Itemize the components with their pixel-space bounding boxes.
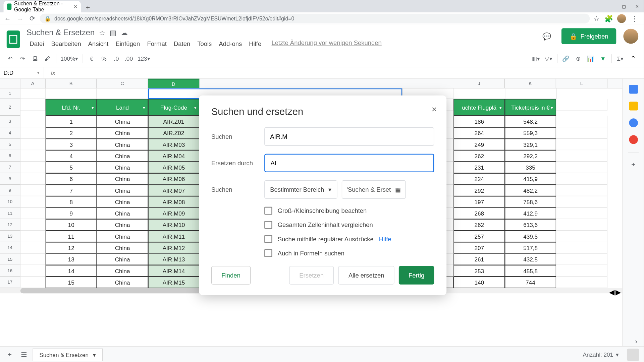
star-icon[interactable]: ☆ xyxy=(592,14,600,22)
col-header-d[interactable]: D xyxy=(148,79,200,88)
reload-button[interactable]: ⟳ xyxy=(28,14,37,23)
side-panel-next-icon[interactable]: › xyxy=(631,337,641,346)
forward-button[interactable]: → xyxy=(15,14,25,23)
cell[interactable] xyxy=(556,150,607,162)
grid-icon[interactable]: ▦ xyxy=(395,186,401,193)
menu-hilfe[interactable]: Hilfe xyxy=(246,39,264,48)
cell[interactable]: Lfd. Nr.▾ xyxy=(46,99,97,116)
cell[interactable] xyxy=(556,196,607,207)
cell[interactable]: AIR.M07 xyxy=(148,185,200,196)
cell[interactable]: 9 xyxy=(46,207,97,219)
tab-close-icon[interactable]: × xyxy=(74,3,77,10)
cell[interactable]: AIR.Z02 xyxy=(148,127,200,139)
cell[interactable]: 482,2 xyxy=(505,185,556,196)
cell[interactable] xyxy=(20,207,46,219)
cell[interactable] xyxy=(556,219,607,231)
browser-menu-icon[interactable]: ⋮ xyxy=(630,14,638,22)
freeze-icon[interactable]: ▥▾ xyxy=(530,53,542,64)
back-button[interactable]: ← xyxy=(3,14,12,23)
cell[interactable] xyxy=(20,277,46,288)
cell[interactable]: uchte Flugplä▾ xyxy=(453,99,505,116)
cell[interactable] xyxy=(556,254,607,265)
col-header-c[interactable]: C xyxy=(97,79,148,88)
cell[interactable] xyxy=(454,88,505,99)
regex-checkbox[interactable] xyxy=(264,235,272,243)
menu-daten[interactable]: Daten xyxy=(171,39,194,48)
cell[interactable]: AIR.M08 xyxy=(148,196,200,207)
cell[interactable] xyxy=(556,231,607,242)
cell[interactable]: 249 xyxy=(453,139,505,150)
row-header[interactable]: 8 xyxy=(0,173,20,185)
cell[interactable] xyxy=(20,99,46,110)
cell[interactable]: China xyxy=(97,231,148,242)
replace-all-button[interactable]: Alle ersetzen xyxy=(338,266,394,284)
cell[interactable]: 5 xyxy=(46,162,97,173)
menu-einfuegen[interactable]: Einfügen xyxy=(112,39,143,48)
row-header[interactable]: 16 xyxy=(0,265,20,277)
document-title[interactable]: Suchen & Ersetzen xyxy=(26,28,95,38)
row-header[interactable]: 14 xyxy=(0,242,20,253)
cell[interactable]: 412,9 xyxy=(505,207,556,219)
menu-format[interactable]: Format xyxy=(144,39,170,48)
match-whole-checkbox[interactable] xyxy=(264,221,272,229)
cell[interactable] xyxy=(556,207,607,219)
move-icon[interactable]: ▤ xyxy=(110,29,116,37)
cell[interactable] xyxy=(556,99,607,110)
cell[interactable]: China xyxy=(97,185,148,196)
comments-icon[interactable]: 💬 xyxy=(539,29,554,44)
cell[interactable]: 329,1 xyxy=(505,139,556,150)
cell[interactable]: 415,9 xyxy=(505,173,556,185)
cell[interactable] xyxy=(20,196,46,207)
extensions-icon[interactable]: 🧩 xyxy=(605,14,613,22)
match-case-checkbox[interactable] xyxy=(264,207,272,215)
all-sheets-button[interactable]: ☰ xyxy=(18,349,29,360)
cell[interactable]: 10 xyxy=(46,219,97,231)
cell[interactable]: China xyxy=(97,127,148,139)
menu-tools[interactable]: Tools xyxy=(194,39,215,48)
cell[interactable] xyxy=(556,139,607,150)
cell[interactable]: 262 xyxy=(453,219,505,231)
cell[interactable]: AIR.M13 xyxy=(148,254,200,265)
cell[interactable]: AIR.M04 xyxy=(148,150,200,162)
account-avatar[interactable] xyxy=(623,29,638,44)
row-header[interactable]: 15 xyxy=(0,254,20,265)
cell[interactable]: 6 xyxy=(46,173,97,185)
row-header[interactable]: 17 xyxy=(0,277,20,288)
cell[interactable]: 262 xyxy=(453,150,505,162)
add-sheet-button[interactable]: + xyxy=(4,349,15,360)
col-header-j[interactable]: J xyxy=(453,79,505,88)
col-header-b[interactable]: B xyxy=(46,79,97,88)
cell[interactable]: 13 xyxy=(46,254,97,265)
cell[interactable]: China xyxy=(97,196,148,207)
contacts-icon[interactable] xyxy=(629,135,638,144)
name-box[interactable]: D:D ▼ xyxy=(0,67,44,78)
cell[interactable]: 14 xyxy=(46,265,97,277)
undo-icon[interactable]: ↶ xyxy=(4,53,16,64)
cell[interactable]: 292 xyxy=(453,185,505,196)
sheets-logo-icon[interactable] xyxy=(4,28,22,50)
cell[interactable]: China xyxy=(97,116,148,127)
cell[interactable]: AIR.M12 xyxy=(148,242,200,253)
functions-icon[interactable]: Σ▾ xyxy=(614,53,626,64)
cell[interactable] xyxy=(20,127,46,139)
cell[interactable] xyxy=(556,265,607,277)
new-tab-button[interactable]: + xyxy=(84,4,92,12)
col-header-l[interactable]: L xyxy=(556,79,607,88)
cell[interactable] xyxy=(20,150,46,162)
row-header[interactable]: 10 xyxy=(0,196,20,207)
star-outline-icon[interactable]: ☆ xyxy=(99,29,105,37)
cell[interactable]: 11 xyxy=(46,231,97,242)
formula-checkbox[interactable] xyxy=(264,249,272,257)
cell[interactable]: Ticketpreis in €▾ xyxy=(505,99,556,116)
cell[interactable] xyxy=(46,88,97,99)
cell[interactable]: AIR.M14 xyxy=(148,265,200,277)
scope-select[interactable]: Bestimmter Bereich▾ xyxy=(264,180,337,199)
cell[interactable]: 744 xyxy=(505,277,556,288)
menu-ansicht[interactable]: Ansicht xyxy=(85,39,112,48)
cell[interactable]: 231 xyxy=(453,162,505,173)
row-header[interactable]: 13 xyxy=(0,231,20,242)
insert-chart-icon[interactable]: 📊 xyxy=(585,53,596,64)
cell[interactable]: China xyxy=(97,207,148,219)
cell[interactable]: AIR.M15 xyxy=(148,277,200,288)
cell[interactable]: 7 xyxy=(46,185,97,196)
